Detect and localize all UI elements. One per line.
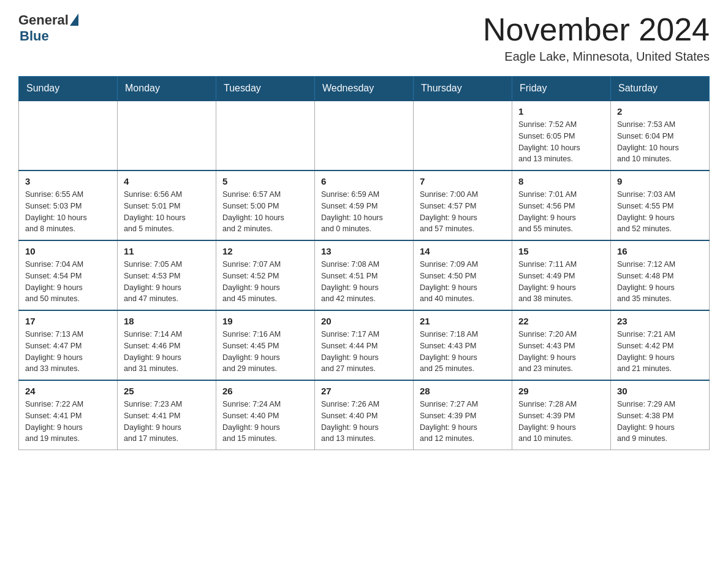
weekday-header-wednesday: Wednesday — [315, 77, 414, 101]
day-number: 8 — [518, 176, 604, 186]
day-info: Sunrise: 7:09 AMSunset: 4:50 PMDaylight:… — [420, 259, 506, 305]
logo-blue-text: Blue — [20, 28, 49, 44]
day-number: 10 — [25, 246, 111, 256]
calendar-cell: 24Sunrise: 7:22 AMSunset: 4:41 PMDayligh… — [19, 380, 118, 450]
day-info: Sunrise: 7:24 AMSunset: 4:40 PMDaylight:… — [222, 399, 308, 445]
day-number: 13 — [321, 246, 407, 256]
month-title: November 2024 — [483, 12, 710, 47]
calendar-week-row: 3Sunrise: 6:55 AMSunset: 5:03 PMDaylight… — [19, 170, 710, 240]
calendar-cell — [19, 101, 118, 170]
weekday-header-saturday: Saturday — [611, 77, 710, 101]
day-number: 15 — [518, 246, 604, 256]
calendar-cell: 5Sunrise: 6:57 AMSunset: 5:00 PMDaylight… — [216, 170, 315, 240]
day-info: Sunrise: 7:21 AMSunset: 4:42 PMDaylight:… — [617, 329, 703, 375]
day-number: 3 — [25, 176, 111, 186]
day-number: 24 — [25, 386, 111, 396]
day-info: Sunrise: 6:57 AMSunset: 5:00 PMDaylight:… — [222, 189, 308, 235]
day-number: 25 — [124, 386, 210, 396]
calendar-cell: 9Sunrise: 7:03 AMSunset: 4:55 PMDaylight… — [611, 170, 710, 240]
calendar-cell: 18Sunrise: 7:14 AMSunset: 4:46 PMDayligh… — [118, 310, 216, 380]
calendar-cell: 12Sunrise: 7:07 AMSunset: 4:52 PMDayligh… — [216, 240, 315, 310]
calendar-week-row: 10Sunrise: 7:04 AMSunset: 4:54 PMDayligh… — [19, 240, 710, 310]
calendar-cell: 19Sunrise: 7:16 AMSunset: 4:45 PMDayligh… — [216, 310, 315, 380]
day-number: 9 — [617, 176, 703, 186]
calendar-header-row: SundayMondayTuesdayWednesdayThursdayFrid… — [19, 77, 710, 101]
calendar-cell: 1Sunrise: 7:52 AMSunset: 6:05 PMDaylight… — [512, 101, 611, 170]
calendar-cell — [414, 101, 512, 170]
calendar-cell: 25Sunrise: 7:23 AMSunset: 4:41 PMDayligh… — [118, 380, 216, 450]
day-info: Sunrise: 6:55 AMSunset: 5:03 PMDaylight:… — [25, 189, 111, 235]
day-number: 18 — [124, 316, 210, 326]
day-number: 27 — [321, 386, 407, 396]
weekday-header-friday: Friday — [512, 77, 611, 101]
calendar-week-row: 17Sunrise: 7:13 AMSunset: 4:47 PMDayligh… — [19, 310, 710, 380]
calendar-cell: 10Sunrise: 7:04 AMSunset: 4:54 PMDayligh… — [19, 240, 118, 310]
day-info: Sunrise: 7:52 AMSunset: 6:05 PMDaylight:… — [518, 119, 604, 165]
calendar-table: SundayMondayTuesdayWednesdayThursdayFrid… — [18, 76, 710, 450]
logo: General Blue — [18, 12, 78, 44]
calendar-cell: 17Sunrise: 7:13 AMSunset: 4:47 PMDayligh… — [19, 310, 118, 380]
calendar-cell: 22Sunrise: 7:20 AMSunset: 4:43 PMDayligh… — [512, 310, 611, 380]
calendar-cell: 15Sunrise: 7:11 AMSunset: 4:49 PMDayligh… — [512, 240, 611, 310]
calendar-cell — [118, 101, 216, 170]
day-info: Sunrise: 7:26 AMSunset: 4:40 PMDaylight:… — [321, 399, 407, 445]
calendar-cell — [315, 101, 414, 170]
day-number: 29 — [518, 386, 604, 396]
day-info: Sunrise: 7:12 AMSunset: 4:48 PMDaylight:… — [617, 259, 703, 305]
day-number: 22 — [518, 316, 604, 326]
calendar-cell: 27Sunrise: 7:26 AMSunset: 4:40 PMDayligh… — [315, 380, 414, 450]
day-info: Sunrise: 7:13 AMSunset: 4:47 PMDaylight:… — [25, 329, 111, 375]
day-number: 30 — [617, 386, 703, 396]
day-info: Sunrise: 7:14 AMSunset: 4:46 PMDaylight:… — [124, 329, 210, 375]
day-number: 14 — [420, 246, 506, 256]
logo-triangle-icon — [70, 13, 78, 26]
day-info: Sunrise: 7:03 AMSunset: 4:55 PMDaylight:… — [617, 189, 703, 235]
calendar-cell: 13Sunrise: 7:08 AMSunset: 4:51 PMDayligh… — [315, 240, 414, 310]
day-number: 19 — [222, 316, 308, 326]
calendar-cell: 20Sunrise: 7:17 AMSunset: 4:44 PMDayligh… — [315, 310, 414, 380]
calendar-week-row: 24Sunrise: 7:22 AMSunset: 4:41 PMDayligh… — [19, 380, 710, 450]
day-info: Sunrise: 7:23 AMSunset: 4:41 PMDaylight:… — [124, 399, 210, 445]
day-info: Sunrise: 7:04 AMSunset: 4:54 PMDaylight:… — [25, 259, 111, 305]
day-number: 12 — [222, 246, 308, 256]
day-info: Sunrise: 7:18 AMSunset: 4:43 PMDaylight:… — [420, 329, 506, 375]
day-info: Sunrise: 7:00 AMSunset: 4:57 PMDaylight:… — [420, 189, 506, 235]
day-info: Sunrise: 7:53 AMSunset: 6:04 PMDaylight:… — [617, 119, 703, 165]
day-number: 5 — [222, 176, 308, 186]
day-info: Sunrise: 7:27 AMSunset: 4:39 PMDaylight:… — [420, 399, 506, 445]
day-number: 7 — [420, 176, 506, 186]
page-header: General Blue November 2024 Eagle Lake, M… — [18, 12, 710, 64]
calendar-cell: 21Sunrise: 7:18 AMSunset: 4:43 PMDayligh… — [414, 310, 512, 380]
weekday-header-sunday: Sunday — [19, 77, 118, 101]
logo-general-text: General — [18, 12, 69, 28]
calendar-cell: 7Sunrise: 7:00 AMSunset: 4:57 PMDaylight… — [414, 170, 512, 240]
calendar-cell: 26Sunrise: 7:24 AMSunset: 4:40 PMDayligh… — [216, 380, 315, 450]
location-text: Eagle Lake, Minnesota, United States — [483, 50, 710, 64]
day-number: 17 — [25, 316, 111, 326]
calendar-cell: 28Sunrise: 7:27 AMSunset: 4:39 PMDayligh… — [414, 380, 512, 450]
day-info: Sunrise: 7:08 AMSunset: 4:51 PMDaylight:… — [321, 259, 407, 305]
day-info: Sunrise: 7:01 AMSunset: 4:56 PMDaylight:… — [518, 189, 604, 235]
day-number: 23 — [617, 316, 703, 326]
day-number: 26 — [222, 386, 308, 396]
day-info: Sunrise: 6:59 AMSunset: 4:59 PMDaylight:… — [321, 189, 407, 235]
calendar-cell: 30Sunrise: 7:29 AMSunset: 4:38 PMDayligh… — [611, 380, 710, 450]
calendar-cell: 8Sunrise: 7:01 AMSunset: 4:56 PMDaylight… — [512, 170, 611, 240]
day-number: 11 — [124, 246, 210, 256]
header-right: November 2024 Eagle Lake, Minnesota, Uni… — [483, 12, 710, 64]
weekday-header-thursday: Thursday — [414, 77, 512, 101]
weekday-header-monday: Monday — [118, 77, 216, 101]
day-number: 2 — [617, 106, 703, 117]
day-number: 6 — [321, 176, 407, 186]
day-number: 4 — [124, 176, 210, 186]
day-info: Sunrise: 7:20 AMSunset: 4:43 PMDaylight:… — [518, 329, 604, 375]
day-info: Sunrise: 7:11 AMSunset: 4:49 PMDaylight:… — [518, 259, 604, 305]
day-info: Sunrise: 7:22 AMSunset: 4:41 PMDaylight:… — [25, 399, 111, 445]
calendar-cell: 3Sunrise: 6:55 AMSunset: 5:03 PMDaylight… — [19, 170, 118, 240]
calendar-cell — [216, 101, 315, 170]
calendar-cell: 6Sunrise: 6:59 AMSunset: 4:59 PMDaylight… — [315, 170, 414, 240]
calendar-cell: 29Sunrise: 7:28 AMSunset: 4:39 PMDayligh… — [512, 380, 611, 450]
calendar-cell: 14Sunrise: 7:09 AMSunset: 4:50 PMDayligh… — [414, 240, 512, 310]
day-number: 20 — [321, 316, 407, 326]
calendar-cell: 2Sunrise: 7:53 AMSunset: 6:04 PMDaylight… — [611, 101, 710, 170]
